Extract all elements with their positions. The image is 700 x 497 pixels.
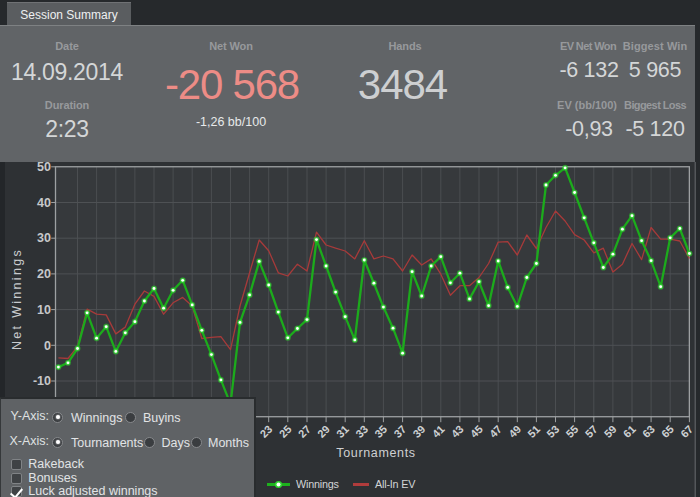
svg-text:0: 0 xyxy=(44,339,51,353)
svg-text:All-In EV: All-In EV xyxy=(375,478,416,490)
svg-text:20: 20 xyxy=(37,267,51,281)
svg-text:50: 50 xyxy=(37,162,51,174)
svg-text:Tournaments: Tournaments xyxy=(336,446,415,460)
svg-text:Winnings: Winnings xyxy=(296,478,340,490)
svg-text:40: 40 xyxy=(37,196,51,210)
svg-text:30: 30 xyxy=(37,231,51,245)
svg-text:10: 10 xyxy=(37,303,51,317)
svg-text:Net Winnings: Net Winnings xyxy=(10,248,24,350)
svg-text:-10: -10 xyxy=(33,374,51,388)
